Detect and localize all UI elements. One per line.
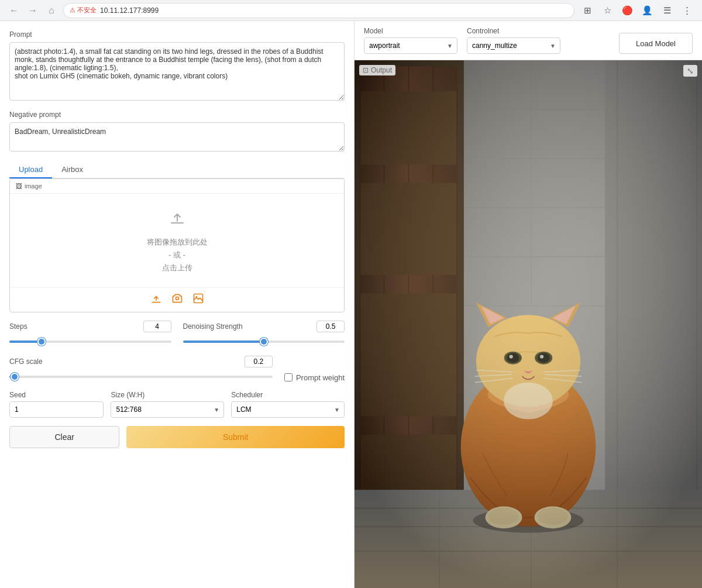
insecure-indicator: ⚠ 不安全 [70,6,97,15]
prompt-section: Prompt (abstract photo:1.4), a small fat… [9,30,345,102]
denoising-control: Denoising Strength [183,321,345,348]
steps-label: Steps [9,322,27,331]
url-text: 10.11.12.177:8999 [100,6,159,15]
steps-slider[interactable] [9,336,171,348]
tab-upload[interactable]: Upload [9,161,52,178]
clear-button[interactable]: Clear [9,426,119,448]
denoising-value-input[interactable] [316,321,345,332]
upload-camera-button[interactable] [171,293,183,307]
controlnet-group: Controlnet canny_multize depth openpose … [467,27,560,54]
svg-point-3 [195,296,197,298]
seed-size-scheduler-row: Seed Size (W:H) 512:768 512:512 768:512 … [9,391,345,418]
upload-header: 🖼 image [10,179,344,194]
cfg-slider[interactable] [9,371,273,383]
cfg-label: CFG scale [9,357,43,366]
submit-button[interactable]: Submit [126,426,345,448]
upload-image-label: image [25,183,42,190]
controlnet-select-wrapper: canny_multize depth openpose none [467,37,560,54]
seed-input[interactable] [9,401,104,418]
upload-instruction-3: 点击上传 [162,263,192,273]
extension2-icon-btn[interactable]: 👤 [639,2,655,19]
model-select[interactable]: awportrait realistic dreamshaper [364,37,457,54]
upload-file-button[interactable] [150,293,162,307]
negative-prompt-textarea[interactable]: BadDream, UnrealisticDream [9,122,345,152]
steps-thumb[interactable] [37,338,46,346]
negative-prompt-label: Negative prompt [9,111,345,119]
load-model-button[interactable]: Load Model [619,33,693,54]
left-panel: Prompt (abstract photo:1.4), a small fat… [0,21,355,588]
size-label: Size (W:H) [111,391,224,399]
upload-section: Upload Airbox 🖼 image 将图像拖放到此处 - [9,161,345,312]
steps-track [9,341,171,343]
steps-fill [9,341,42,343]
browser-home-button[interactable]: ⌂ [44,4,58,18]
scheduler-select[interactable]: LCM DDIM Euler Euler a DPM++ [231,401,345,418]
svg-rect-0 [171,222,184,223]
expand-button[interactable]: ⤡ [683,65,697,77]
top-controls: Model awportrait realistic dreamshaper C… [355,21,702,60]
svg-point-1 [176,297,178,300]
denoising-header: Denoising Strength [183,321,345,332]
cfg-control: CFG scale [9,356,273,383]
image-icon: 🖼 [16,183,22,190]
scheduler-select-wrapper: LCM DDIM Euler Euler a DPM++ [231,401,345,418]
denoising-thumb[interactable] [260,338,268,346]
steps-control: Steps [9,321,171,348]
upload-tabs: Upload Airbox [9,161,345,178]
seed-label: Seed [9,391,104,399]
model-group: Model awportrait realistic dreamshaper [364,27,457,54]
tab-airbox[interactable]: Airbox [52,161,92,178]
star-icon-btn[interactable]: ☆ [599,2,615,19]
size-select-wrapper: 512:768 512:512 768:512 768:1024 1024:76… [111,401,224,418]
right-panel: Model awportrait realistic dreamshaper C… [355,21,702,588]
upload-drop-zone[interactable]: 将图像拖放到此处 - 或 - 点击上传 [10,194,344,287]
controlnet-label: Controlnet [467,27,560,35]
cfg-value-input[interactable] [245,356,273,367]
output-icon: ⊡ [363,66,369,74]
upload-gallery-button[interactable] [192,293,204,307]
steps-value-input[interactable] [143,321,171,332]
extension1-icon-btn[interactable]: 🔴 [619,2,635,19]
size-select[interactable]: 512:768 512:512 768:512 768:1024 1024:76… [111,401,224,418]
denoising-track [183,341,345,343]
controlnet-select[interactable]: canny_multize depth openpose none [467,37,560,54]
browser-back-button[interactable]: ← [7,4,21,18]
output-section: ⊡ Output ⤡ [355,60,702,588]
output-text: Output [371,66,392,74]
upload-instruction-1: 将图像拖放到此处 [147,237,208,247]
browser-chrome: ← → ⌂ ⚠ 不安全 10.11.12.177:8999 ⊞ ☆ 🔴 👤 ☰ … [0,0,702,21]
seed-field: Seed [9,391,104,418]
browser-forward-button[interactable]: → [26,4,40,18]
browser-action-buttons: ⊞ ☆ 🔴 👤 ☰ ⋮ [579,2,695,19]
output-label: ⊡ Output [359,65,395,75]
model-label: Model [364,27,457,35]
prompt-weight-checkbox[interactable] [284,373,292,381]
cfg-promptweight-row: CFG scale Prompt weight [9,356,345,383]
cat-image-container [355,60,702,588]
steps-header: Steps [9,321,171,332]
cfg-track [9,376,273,378]
denoising-slider[interactable] [183,336,345,348]
main-layout: Prompt (abstract photo:1.4), a small fat… [0,21,702,588]
menu-icon-btn[interactable]: ⋮ [679,2,695,19]
browser-url-bar[interactable]: ⚠ 不安全 10.11.12.177:8999 [63,3,574,18]
prompt-weight-label[interactable]: Prompt weight [296,373,345,382]
cat-output-image [355,60,702,588]
svg-rect-58 [355,60,702,588]
prompt-textarea[interactable]: (abstract photo:1.4), a small fat cat st… [9,42,345,101]
model-select-wrapper: awportrait realistic dreamshaper [364,37,457,54]
negative-prompt-section: Negative prompt BadDream, UnrealisticDre… [9,111,345,153]
extension3-icon-btn[interactable]: ☰ [659,2,675,19]
cfg-header: CFG scale [9,356,273,367]
denoising-label: Denoising Strength [183,322,243,331]
translate-icon-btn[interactable]: ⊞ [579,2,596,19]
upload-instruction-2: - 或 - [168,250,185,260]
prompt-label: Prompt [9,30,345,39]
prompt-weight-section: Prompt weight [284,356,345,383]
scheduler-label: Scheduler [231,391,345,399]
denoising-fill [183,341,264,343]
cfg-thumb[interactable] [11,373,19,381]
upload-arrow-icon [168,208,187,231]
upload-area: 🖼 image 将图像拖放到此处 - 或 - 点击上传 [9,178,345,312]
upload-footer [10,287,344,312]
